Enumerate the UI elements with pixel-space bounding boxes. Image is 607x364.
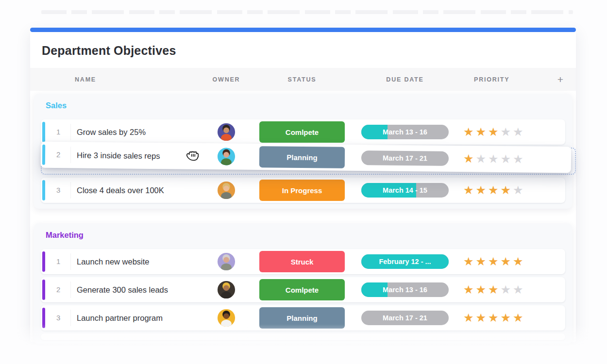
column-header-due-date[interactable]: DUE DATE [354,76,456,83]
task-name[interactable]: Launch new website [71,257,202,266]
status-badge[interactable]: Struck [259,251,345,272]
task-name[interactable]: Close 4 deals over 100K [71,186,202,195]
column-header-status[interactable]: STATUS [251,76,354,83]
due-date-pill[interactable]: March 14 - 15 [361,183,449,198]
due-date-pill[interactable]: February 12 - ... [361,254,449,269]
board-accent-bar [30,28,576,32]
page-title: Department Objectives [42,44,576,58]
task-name[interactable]: Generate 300 sales leads [71,285,202,295]
status-badge[interactable]: Planning [259,146,345,168]
owner-avatar[interactable] [202,147,251,166]
table-row-partial[interactable] [41,333,565,340]
row-accent-bar [42,180,45,200]
grab-hand-cursor-icon [185,146,203,165]
owner-avatar[interactable] [202,281,251,299]
due-date-pill[interactable]: March 17 - 21 [361,311,449,325]
table-row[interactable]: 3 Launch partner program Planning March … [41,305,565,331]
due-date-pill[interactable]: March 17 - 21 [361,150,449,166]
owner-avatar[interactable] [202,309,251,327]
row-number: 3 [50,182,71,199]
priority-stars[interactable]: ★★★★★ [456,183,565,197]
task-name[interactable]: Grow sales by 25% [71,128,202,137]
row-number: 1 [50,124,71,140]
group-marketing: Marketing 1 Launch new website Struck Fe… [34,223,572,344]
table-row[interactable]: 1 Launch new website Struck February 12 … [41,249,565,274]
column-header-name[interactable]: NAME [71,76,202,83]
priority-stars[interactable]: ★★★★★ [456,283,565,297]
table-row[interactable]: 2 Generate 300 sales leads Comlpete Marc… [41,277,565,302]
group-sales: Sales 1 Grow sales by 25% Comlpete March… [34,94,572,209]
row-accent-bar [42,145,45,165]
owner-avatar[interactable] [202,123,251,141]
task-name[interactable]: Hire 3 inside sales reps [71,150,202,161]
row-number: 1 [50,253,71,270]
priority-stars[interactable]: ★★★★★ [456,152,571,166]
row-number: 3 [50,310,71,326]
owner-avatar[interactable] [202,252,251,271]
table-row[interactable]: 1 Grow sales by 25% Comlpete March 13 - … [41,119,565,145]
board-card: Department Objectives NAME OWNER STATUS … [30,29,576,342]
group-label-marketing[interactable]: Marketing [41,223,565,246]
add-column-button[interactable]: + [557,74,563,85]
status-badge[interactable]: Planning [259,307,345,329]
row-number: 2 [50,281,71,298]
owner-avatar[interactable] [202,181,251,199]
row-accent-bar [42,251,45,272]
status-badge[interactable]: Comlpete [259,121,345,143]
due-date-pill[interactable]: March 13 - 16 [361,282,449,297]
row-accent-bar [42,122,45,142]
column-header-owner[interactable]: OWNER [202,76,251,83]
due-date-pill[interactable]: March 13 - 16 [361,125,449,139]
priority-stars[interactable]: ★★★★★ [456,311,565,325]
status-badge[interactable]: Comlpete [259,279,345,300]
priority-stars[interactable]: ★★★★★ [456,255,565,268]
screen: Department Objectives NAME OWNER STATUS … [0,0,607,364]
group-label-sales[interactable]: Sales [41,94,565,116]
table-header: NAME OWNER STATUS DUE DATE PRIORITY + [30,68,576,91]
row-accent-bar [42,308,45,328]
table-row[interactable]: 3 Close 4 deals over 100K In Progress Ma… [41,178,565,203]
status-badge[interactable]: In Progress [259,180,345,201]
drag-drop-placeholder: 2 Hire 3 inside sales reps Planning Marc… [41,148,576,175]
row-accent-bar [42,280,45,300]
row-number: 2 [50,147,71,163]
priority-stars[interactable]: ★★★★★ [456,125,565,139]
background-text-strip [41,10,573,14]
table-row-dragging[interactable]: 2 Hire 3 inside sales reps Planning Marc… [41,142,571,173]
task-name[interactable]: Launch partner program [71,314,202,323]
